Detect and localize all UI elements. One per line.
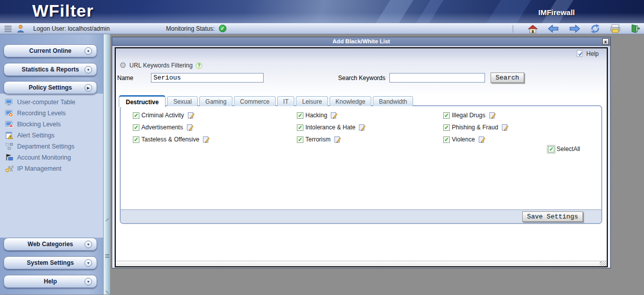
policy-settings-menu: User-computer Table Recording Levels Blo… <box>5 97 102 174</box>
frame-header: Help <box>116 48 607 59</box>
computer-icon <box>5 98 14 106</box>
sidebar-item-ip-management[interactable]: IP Management <box>5 163 102 174</box>
chevron-down-icon: ▼ <box>85 66 92 73</box>
tab-it[interactable]: IT <box>277 96 295 106</box>
logon-user-label: Logon User: localhost/admin <box>33 25 110 32</box>
dialog-add-blackwhite-list: Add Black/White List x Help ⚙ URL Keywor… <box>112 37 611 268</box>
toolbar-divider <box>513 25 513 33</box>
sidebar-section-help[interactable]: Help ▼ <box>4 275 97 288</box>
sidebar-section-system-settings[interactable]: System Settings ▼ <box>4 256 97 269</box>
hamburger-icon[interactable] <box>4 25 12 32</box>
tab-bandwidth[interactable]: Bandwidth <box>373 96 413 106</box>
category-phishing-fraud: Phishing & Fraud <box>443 121 509 133</box>
sidebar-section-policy-settings[interactable]: Policy Settings ▶ <box>4 81 97 94</box>
category-hacking: Hacking <box>297 109 366 121</box>
print-icon[interactable] <box>610 24 621 33</box>
splitter-mark <box>105 218 108 221</box>
home-icon[interactable] <box>527 24 538 34</box>
category-label: Tasteless & Offensive <box>141 136 199 143</box>
category-column: Criminal Activity Advertisements Tastele… <box>133 109 210 145</box>
logout-icon[interactable] <box>630 24 640 34</box>
edit-icon[interactable] <box>502 124 509 131</box>
sidebar-item-user-computer-table[interactable]: User-computer Table <box>5 97 102 108</box>
category-tabs: Destructive Sexual Gaming Commerce IT Le… <box>119 94 607 106</box>
section-label: Statistics & Reports <box>22 66 79 73</box>
category-label: Advertisements <box>141 124 183 131</box>
category-checkbox[interactable] <box>133 124 139 131</box>
sidebar-item-account-monitoring[interactable]: Account Monitoring <box>5 152 102 163</box>
category-checkbox[interactable] <box>297 112 303 119</box>
sidebar-section-statistics-reports[interactable]: Statistics & Reports ▼ <box>4 63 97 76</box>
sidebar-splitter[interactable] <box>103 34 110 294</box>
search-keywords-label: Search Keywords <box>317 75 385 82</box>
name-input[interactable] <box>151 73 264 83</box>
category-checkbox[interactable] <box>443 112 450 119</box>
sidebar-item-recording-levels[interactable]: Recording Levels <box>5 108 102 119</box>
block-warning-icon <box>5 120 14 128</box>
category-criminal-activity: Criminal Activity <box>133 109 210 121</box>
dialog-content-frame: Help ⚙ URL Keywords Filtering ? Name Sea… <box>115 47 608 267</box>
sidebar-item-label: Department Settings <box>17 143 74 150</box>
close-icon[interactable]: x <box>602 38 609 45</box>
dialog-resize-strip <box>116 261 607 266</box>
edit-icon[interactable] <box>331 112 338 119</box>
department-icon <box>5 142 14 151</box>
edit-icon[interactable] <box>359 124 366 131</box>
help-link[interactable]: Help <box>576 50 599 57</box>
section-label: Help <box>44 278 57 285</box>
category-checkbox[interactable] <box>443 136 450 143</box>
brand-label: IMFirewall <box>538 8 575 17</box>
category-checkbox[interactable] <box>297 136 303 143</box>
category-terrorism: Terrorism <box>297 133 366 145</box>
forward-arrow-icon[interactable] <box>569 24 581 33</box>
question-icon[interactable]: ? <box>196 62 202 69</box>
refresh-icon[interactable] <box>590 24 601 34</box>
select-all-label: SelectAll <box>556 145 580 153</box>
sidebar-section-web-categories[interactable]: Web Categories ▼ <box>4 238 97 251</box>
sidebar-item-blocking-levels[interactable]: Blocking Levels <box>5 119 102 130</box>
search-keywords-input[interactable] <box>389 73 485 83</box>
splitter-collapse-handle[interactable] <box>105 219 109 292</box>
back-arrow-icon[interactable] <box>547 24 559 33</box>
save-settings-button[interactable]: Save Settings <box>522 211 583 222</box>
category-checkbox[interactable] <box>133 112 139 119</box>
app-logo: WFilter <box>32 1 94 21</box>
dialog-title: Add Black/White List <box>333 38 390 44</box>
edit-icon[interactable] <box>187 124 194 131</box>
category-violence: Violence <box>443 133 509 145</box>
edit-icon[interactable] <box>489 112 496 119</box>
sidebar-item-department-settings[interactable]: Department Settings <box>5 141 102 152</box>
tab-leisure[interactable]: Leisure <box>296 96 328 106</box>
section-title-row: ⚙ URL Keywords Filtering ? <box>116 59 607 72</box>
category-column: Illegal Drugs Phishing & Fraud Violence <box>443 109 509 145</box>
category-advertisements: Advertisements <box>133 121 210 133</box>
resize-grip-icon[interactable] <box>600 261 606 266</box>
select-all-checkbox[interactable] <box>548 146 554 153</box>
flag-icon <box>5 154 14 162</box>
sidebar-section-current-online[interactable]: Current Online ▼ <box>4 44 97 57</box>
sidebar-item-label: Blocking Levels <box>17 121 61 128</box>
edit-icon[interactable] <box>478 136 486 143</box>
category-checkbox[interactable] <box>443 124 450 131</box>
category-label: Criminal Activity <box>141 112 184 119</box>
section-title: URL Keywords Filtering <box>129 62 193 69</box>
category-checkbox[interactable] <box>297 124 303 131</box>
banner-decoration <box>371 0 417 23</box>
sidebar-item-alert-settings[interactable]: Alert Settings <box>5 130 102 141</box>
chevron-down-icon: ▼ <box>85 278 92 285</box>
tab-sexual[interactable]: Sexual <box>167 96 198 106</box>
help-doc-icon <box>576 50 584 57</box>
section-label: System Settings <box>27 259 73 266</box>
tab-commerce[interactable]: Commerce <box>234 96 276 106</box>
search-button[interactable]: Search <box>491 72 524 83</box>
tab-destructive[interactable]: Destructive <box>119 95 166 107</box>
dialog-body: Help ⚙ URL Keywords Filtering ? Name Sea… <box>112 46 610 268</box>
tab-gaming[interactable]: Gaming <box>199 96 232 106</box>
category-checkbox[interactable] <box>133 136 139 143</box>
panel-footer: Save Settings <box>121 209 601 223</box>
tab-knowledge[interactable]: Knowledge <box>330 96 371 106</box>
edit-icon[interactable] <box>203 136 210 143</box>
edit-icon[interactable] <box>334 136 341 143</box>
edit-icon[interactable] <box>188 112 195 119</box>
dialog-titlebar[interactable]: Add Black/White List x <box>112 37 610 46</box>
